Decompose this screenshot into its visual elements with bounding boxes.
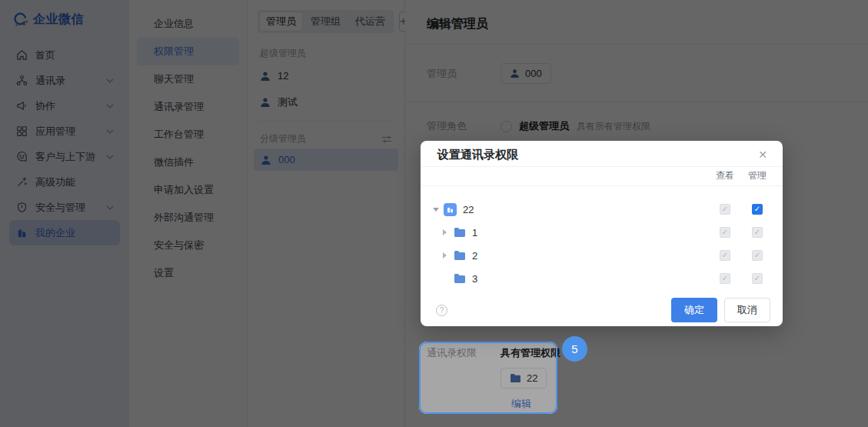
super-admin-radio[interactable] [501,121,512,132]
folder-icon [454,273,466,284]
admin-field-label: 管理员 [427,67,501,81]
manage-checkbox-disabled: ✓ [752,227,763,238]
caret-right-icon[interactable] [443,252,454,259]
manage-column-header: 管理 [746,169,769,182]
admin-tabs-row: 管理员 管理组 代运营 + [258,10,397,33]
tab-administrators[interactable]: 管理员 [259,12,303,32]
chevron-down-icon [106,104,114,108]
manage-checkbox-checked[interactable]: ✓ [752,204,763,215]
sidebar-item-collaboration[interactable]: 协作 [9,93,120,118]
menu-item-external-comm[interactable]: 外部沟通管理 [137,204,239,232]
brand-name: 企业微信 [33,12,84,28]
tree-node-name: 22 [463,204,474,215]
sidebar-item-my-company[interactable]: 我的企业 [9,220,120,245]
role-field-row: 管理角色 超级管理员 具有所有管理权限 [405,102,868,133]
wechat-work-logo-icon [12,12,28,27]
view-checkbox-disabled: ✓ [720,204,730,215]
sidebar-item-security[interactable]: 安全与管理 [9,195,120,220]
tree-row-dept[interactable]: 2 ✓ ✓ [433,244,769,267]
collaboration-icon [15,100,28,112]
admin-list-item[interactable]: 12 [248,63,404,88]
admin-field-row: 管理员 000 [405,45,868,102]
menu-item-wechat-plugin[interactable]: 微信插件 [137,148,239,176]
sidebar-item-home[interactable]: 首页 [9,42,120,68]
sidebar-item-label: 客户与上下游 [35,150,95,164]
sidebar-item-label: 高级功能 [35,175,75,189]
view-checkbox-disabled: ✓ [720,250,730,261]
admin-chip: 000 [501,63,551,84]
caret-right-icon[interactable] [443,229,454,235]
person-icon [261,155,271,165]
tree-row-root[interactable]: 22 ✓ ✓ [433,198,769,221]
sidebar-item-label: 安全与管理 [35,201,85,215]
chevron-down-icon [106,155,114,159]
role-option-desc: 具有所有管理权限 [577,120,650,133]
manage-checkbox-disabled: ✓ [752,250,763,261]
close-icon[interactable]: ✕ [755,147,770,162]
modal-header: 设置通讯录权限 ✕ [421,141,783,166]
folder-icon [454,227,466,238]
menu-item-company-info[interactable]: 企业信息 [137,10,239,38]
tree-row-dept[interactable]: 3 ✓ ✓ [433,267,769,290]
permission-column-headers: 查看 管理 [421,166,783,186]
wechat-work-admin-app: 企业微信 首页 通讯录 [0,0,868,427]
menu-item-workbench-mgmt[interactable]: 工作台管理 [137,121,239,148]
brand-logo[interactable]: 企业微信 [12,12,129,28]
tutorial-step-badge: 5 [562,336,587,362]
divider [258,121,394,122]
contacts-icon [15,75,28,87]
menu-item-settings[interactable]: 设置 [137,259,239,287]
admin-tab-group: 管理员 管理组 代运营 [258,10,394,33]
page-title: 编辑管理员 [405,0,868,45]
tree-node-name: 2 [472,250,477,262]
role-option-label: 超级管理员 [519,119,569,133]
tree-node-name: 1 [472,227,477,239]
admin-name: 000 [278,154,295,165]
person-icon [260,71,271,82]
company-building-icon [15,227,28,239]
sidebar-item-label: 我的企业 [35,226,75,240]
tree-node-name: 3 [472,273,477,285]
sidebar-item-contacts[interactable]: 通讯录 [9,68,120,93]
help-icon[interactable]: ? [436,305,447,316]
person-icon [260,97,271,108]
admin-name: 12 [278,70,288,82]
menu-item-permissions[interactable]: 权限管理 [137,38,239,65]
admin-list-item-selected[interactable]: 000 [254,148,398,171]
home-icon [15,49,28,62]
super-admin-section-title: 超级管理员 [260,47,392,60]
tree-row-dept[interactable]: 1 ✓ ✓ [433,221,769,244]
sidebar-item-advanced[interactable]: 高级功能 [9,169,120,195]
sub-admin-section-title: 分级管理员 [260,132,306,145]
admin-list-panel: 管理员 管理组 代运营 + 超级管理员 12 测试 分级管理员 [248,0,405,427]
sliders-filter-icon[interactable] [381,135,392,144]
tab-agent-ops[interactable]: 代运营 [348,12,392,32]
role-field-label: 管理角色 [427,119,501,133]
customers-icon [15,151,28,163]
sidebar-item-label: 应用管理 [35,125,75,138]
department-tree: 22 ✓ ✓ 1 ✓ ✓ [421,186,783,290]
menu-item-chat-mgmt[interactable]: 聊天管理 [137,65,239,93]
menu-item-join-settings[interactable]: 申请加入设置 [137,176,239,204]
menu-item-contacts-mgmt[interactable]: 通讯录管理 [137,93,239,121]
tutorial-spotlight-box [419,342,557,414]
menu-item-security-privacy[interactable]: 安全与保密 [137,232,239,259]
modal-footer: ? 确定 取消 [421,290,783,333]
person-icon [510,68,520,78]
company-tile-icon [444,203,457,216]
sidebar-item-customers[interactable]: 客户与上下游 [9,144,120,169]
chevron-down-icon [106,205,114,210]
admin-name: 测试 [278,95,298,109]
magic-wand-icon [15,176,28,188]
manage-checkbox-disabled: ✓ [752,273,763,284]
view-checkbox-disabled: ✓ [720,273,730,284]
sub-admin-section-header: 分级管理员 [260,132,392,145]
admin-list-item[interactable]: 测试 [248,88,404,116]
sidebar-item-apps[interactable]: 应用管理 [9,118,120,144]
cancel-button[interactable]: 取消 [724,298,770,322]
sidebar-item-label: 首页 [35,48,55,62]
confirm-button[interactable]: 确定 [671,298,717,322]
caret-down-icon[interactable] [433,208,444,212]
chevron-down-icon [106,129,114,134]
tab-admin-groups[interactable]: 管理组 [304,12,348,32]
